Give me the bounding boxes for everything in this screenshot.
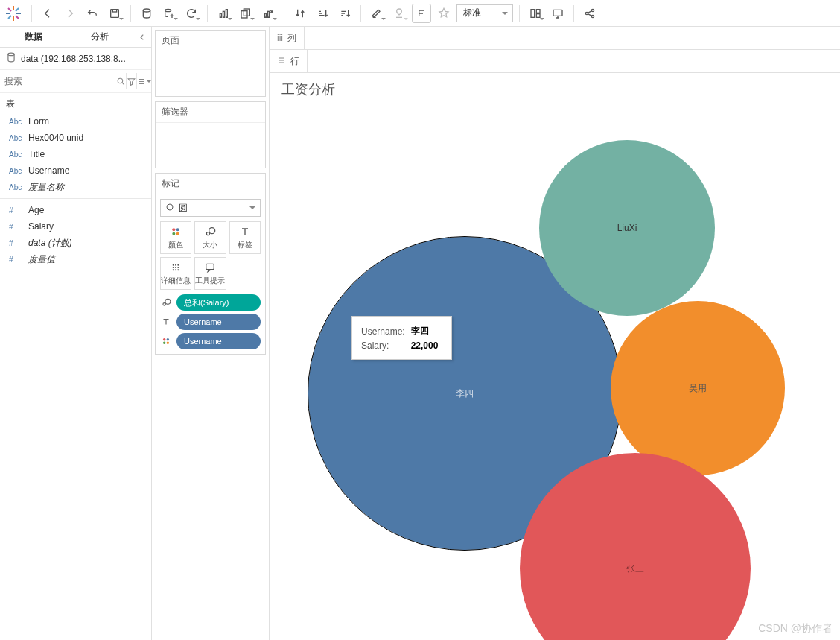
field-data-count[interactable]: #data (计数) [0, 235, 151, 251]
datasource-item[interactable]: data (192.168.253.138:8... [0, 48, 151, 70]
tooltip: Username:李四 Salary:22,000 [351, 316, 452, 360]
mark-type-label: 圆 [179, 202, 188, 215]
bubble-wuyong[interactable]: 吴用 [611, 301, 785, 475]
columns-icon: iii [277, 33, 283, 43]
database-icon [6, 52, 16, 65]
swap-rows-columns-button[interactable] [290, 4, 310, 23]
svg-point-20 [167, 204, 173, 210]
sort-descending-button[interactable] [335, 4, 354, 23]
fit-mode-label: 标准 [463, 7, 481, 19]
data-pane: 数据 分析 data (192.168.253.138:8... 表 AbcFo… [0, 27, 152, 640]
save-button[interactable] [105, 4, 124, 23]
pages-card[interactable]: 页面 [155, 30, 266, 97]
duplicate-sheet-button[interactable] [236, 4, 255, 23]
marks-detail-button[interactable]: 详细信息 [160, 257, 191, 290]
field-title[interactable]: AbcTitle [0, 146, 151, 162]
toolbar-separator [360, 5, 361, 22]
svg-rect-0 [111, 9, 119, 17]
pill-size-salary[interactable]: 总和(Salary) [160, 294, 261, 311]
marks-color-button[interactable]: 颜色 [160, 221, 191, 254]
filters-card-title: 筛选器 [156, 102, 265, 123]
field-username[interactable]: AbcUsername [0, 162, 151, 179]
bubble-liuxi[interactable]: LiuXi [539, 140, 715, 316]
search-input[interactable] [4, 73, 116, 89]
svg-rect-11 [531, 9, 535, 17]
forward-button[interactable] [60, 4, 80, 23]
new-datasource-button[interactable] [137, 4, 156, 23]
svg-point-23 [172, 232, 175, 235]
field-age[interactable]: #Age [0, 202, 151, 218]
label-icon [160, 316, 172, 328]
number-icon: # [9, 256, 22, 264]
field-salary[interactable]: #Salary [0, 218, 151, 235]
rows-dropzone[interactable] [307, 50, 840, 72]
svg-point-33 [173, 269, 174, 270]
rows-shelf[interactable]: 行 [270, 50, 840, 73]
pages-card-title: 页面 [156, 31, 265, 51]
show-cards-button[interactable] [526, 4, 545, 23]
filter-icon[interactable] [126, 73, 136, 89]
tab-analysis[interactable]: 分析 [67, 27, 134, 47]
abc-icon: Abc [9, 134, 22, 142]
search-icon[interactable] [116, 73, 126, 89]
undo-button[interactable] [83, 4, 102, 23]
svg-point-27 [173, 264, 174, 265]
marks-size-button[interactable]: 大小 [194, 221, 226, 254]
marks-card-title: 标记 [156, 174, 265, 194]
clear-sheet-button[interactable] [258, 4, 278, 23]
number-icon: # [9, 239, 22, 247]
size-icon [160, 297, 172, 308]
pill-color-username[interactable]: Username [160, 333, 261, 349]
svg-point-31 [175, 267, 176, 268]
svg-rect-9 [264, 13, 266, 17]
svg-point-39 [163, 338, 166, 341]
filters-card[interactable]: 筛选器 [155, 101, 266, 168]
svg-point-38 [165, 299, 171, 304]
field-divider [0, 198, 151, 199]
marks-label-button[interactable]: 标签 [229, 221, 261, 254]
pause-auto-updates-button[interactable] [159, 4, 179, 23]
fit-mode-select[interactable]: 标准 [456, 4, 513, 22]
datasource-name: data (192.168.253.138:8... [21, 54, 126, 64]
show-mark-labels-button[interactable] [412, 4, 431, 23]
group-button[interactable] [389, 4, 409, 23]
svg-point-21 [172, 228, 175, 231]
svg-point-29 [177, 264, 179, 265]
refresh-button[interactable] [182, 4, 201, 23]
view-mode-icon[interactable] [136, 73, 151, 89]
viz-title[interactable]: 工资分析 [281, 80, 335, 98]
svg-point-35 [177, 269, 179, 270]
svg-point-25 [207, 232, 210, 235]
field-hex0040-unid[interactable]: AbcHex0040 unid [0, 130, 151, 146]
presentation-mode-button[interactable] [548, 4, 567, 23]
highlight-button[interactable] [367, 4, 386, 23]
toolbar-separator [519, 5, 520, 22]
tables-heading: 表 [0, 93, 151, 113]
toolbar-separator [284, 5, 284, 22]
svg-rect-4 [220, 13, 221, 17]
abc-icon: Abc [9, 151, 22, 159]
columns-dropzone[interactable] [304, 27, 840, 49]
collapse-pane-button[interactable] [133, 27, 151, 48]
toolbar-separator [130, 5, 131, 22]
share-button[interactable] [580, 4, 599, 23]
new-worksheet-button[interactable] [214, 4, 233, 23]
tab-data[interactable]: 数据 [0, 27, 67, 47]
pin-button[interactable] [434, 4, 454, 23]
columns-shelf[interactable]: iii列 [270, 27, 840, 50]
sort-ascending-button[interactable] [313, 4, 332, 23]
rows-icon [277, 56, 286, 67]
svg-point-34 [175, 269, 176, 270]
field-form[interactable]: AbcForm [0, 113, 151, 130]
viz-canvas[interactable]: 工资分析 李四 LiuXi 吴用 张三 Username:李四 Salary:2… [270, 73, 840, 640]
svg-rect-1 [112, 9, 116, 11]
field-measure-names[interactable]: Abc度量名称 [0, 179, 151, 195]
svg-point-22 [176, 228, 179, 231]
svg-point-42 [167, 342, 170, 345]
mark-type-select[interactable]: 圆 [160, 199, 261, 217]
field-measure-values[interactable]: #度量值 [0, 251, 151, 267]
marks-tooltip-button[interactable]: 工具提示 [194, 257, 226, 290]
pill-label-username[interactable]: Username [160, 314, 261, 330]
color-icon [160, 335, 172, 347]
back-button[interactable] [38, 4, 57, 23]
